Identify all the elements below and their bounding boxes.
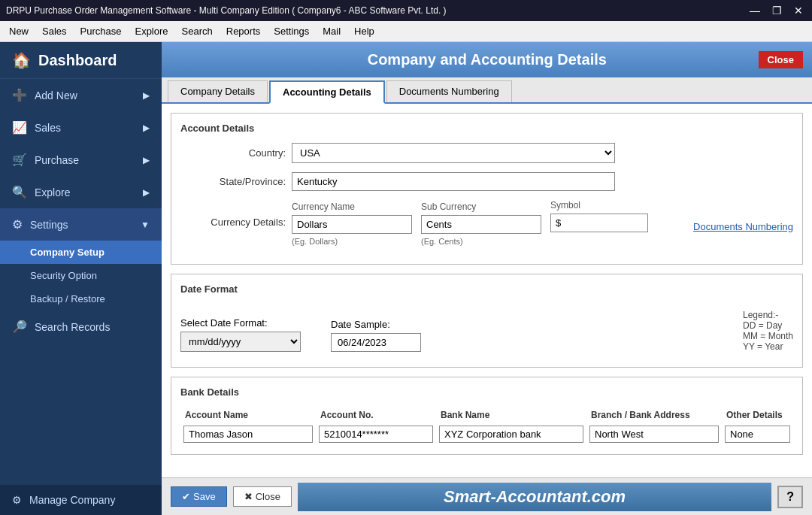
close-button[interactable]: ✖ Close — [233, 486, 292, 507]
settings-icon: ⚙ — [12, 217, 23, 232]
tab-company-details[interactable]: Company Details — [168, 80, 268, 102]
menu-explore[interactable]: Explore — [129, 23, 174, 39]
date-format-title: Date Format — [180, 283, 793, 295]
bank-col-bank-name: Bank Name — [436, 407, 586, 423]
currency-row: Currency Details: Currency Name (Eg. Dol… — [180, 200, 793, 246]
legend-dd: DD = Day — [743, 320, 782, 331]
sidebar-subitem-backup-restore[interactable]: Backup / Restore — [0, 287, 162, 311]
sidebar-item-explore[interactable]: 🔍 Explore ▶ — [0, 176, 162, 208]
sidebar-header-label: Dashboard — [38, 52, 117, 69]
menu-reports[interactable]: Reports — [220, 23, 267, 39]
app-title: DRPU Purchase Order Management Software … — [6, 5, 447, 16]
symbol-input[interactable] — [550, 214, 648, 232]
menu-sales[interactable]: Sales — [36, 23, 73, 39]
account-details-section: Account Details Country: USA State/Provi… — [171, 113, 803, 265]
sub-currency-input[interactable] — [421, 215, 541, 234]
manage-company-label: Manage Company — [29, 494, 115, 506]
bank-col-account-name: Account Name — [180, 407, 316, 423]
menu-new[interactable]: New — [3, 23, 35, 39]
explore-icon: 🔍 — [12, 185, 27, 199]
dialog-title: Company and Accounting Details — [368, 51, 607, 68]
bank-other-input[interactable] — [725, 426, 790, 443]
save-checkmark-icon: ✔ — [182, 491, 190, 502]
bank-col-other: Other Details — [722, 407, 793, 423]
sidebar-item-settings[interactable]: ⚙ Settings ▼ — [0, 208, 162, 241]
select-date-label: Select Date Format: — [180, 317, 301, 329]
sidebar-subitem-company-setup[interactable]: Company Setup — [0, 241, 162, 264]
chevron-right-icon-purchase: ▶ — [143, 155, 150, 165]
menu-help[interactable]: Help — [348, 23, 380, 39]
account-details-title: Account Details — [180, 123, 793, 134]
bank-account-name-input[interactable] — [183, 426, 313, 443]
banner-text: Smart-Accountant.com — [444, 487, 626, 506]
sub-currency-header: Sub Currency — [421, 201, 541, 212]
main-layout: 🏠 Dashboard ➕ Add New ▶ 📈 Sales ▶ 🛒 — [0, 42, 812, 515]
dialog-close-button[interactable]: Close — [759, 51, 803, 68]
bank-col-branch: Branch / Bank Address — [586, 407, 722, 423]
help-button[interactable]: ? — [777, 486, 803, 508]
date-format-section: Date Format Select Date Format: mm/dd/yy… — [171, 274, 803, 368]
country-select[interactable]: USA — [292, 143, 615, 163]
sidebar-item-label-add-new: Add New — [35, 89, 77, 101]
sidebar: 🏠 Dashboard ➕ Add New ▶ 📈 Sales ▶ 🛒 — [0, 42, 162, 515]
company-setup-label: Company Setup — [30, 247, 105, 258]
tab-accounting-details[interactable]: Accounting Details — [269, 80, 385, 104]
dashboard-icon: 🏠 — [12, 51, 31, 69]
sidebar-item-label-purchase: Purchase — [35, 154, 79, 166]
menu-search[interactable]: Search — [176, 23, 219, 39]
sidebar-item-sales[interactable]: 📈 Sales ▶ — [0, 111, 162, 144]
save-label: Save — [193, 491, 216, 502]
documents-numbering-link[interactable]: Documents Numbering — [693, 221, 793, 232]
sidebar-header[interactable]: 🏠 Dashboard — [0, 42, 162, 79]
dialog-header: Company and Accounting Details Close — [162, 42, 812, 77]
country-row: Country: USA — [180, 143, 793, 163]
title-bar-controls: — ❐ ✕ — [747, 5, 806, 17]
currency-name-input[interactable] — [292, 215, 412, 234]
state-row: State/Province: — [180, 172, 793, 191]
sidebar-item-label-search-records: Search Records — [35, 321, 110, 333]
tab-company-details-label: Company Details — [180, 86, 255, 97]
sales-icon: 📈 — [12, 120, 27, 135]
bottom-bar: ✔ Save ✖ Close Smart-Accountant.com ? — [162, 477, 812, 515]
date-format-select[interactable]: mm/dd/yyyy dd/mm/yyyy yyyy/mm/dd — [180, 332, 301, 352]
chevron-down-icon: ▼ — [141, 220, 150, 230]
state-input[interactable] — [292, 172, 615, 191]
sidebar-subitem-security-option[interactable]: Security Option — [0, 264, 162, 287]
security-option-label: Security Option — [30, 270, 97, 281]
currency-label: Currency Details: — [180, 217, 286, 228]
state-label: State/Province: — [180, 176, 286, 187]
country-label: Country: — [180, 147, 286, 159]
symbol-header: Symbol — [550, 200, 648, 211]
menu-purchase[interactable]: Purchase — [74, 23, 128, 39]
bank-col-account-no: Account No. — [316, 407, 436, 423]
close-window-button[interactable]: ✕ — [791, 5, 806, 17]
smart-accountant-banner: Smart-Accountant.com — [298, 483, 771, 511]
sidebar-item-add-new[interactable]: ➕ Add New ▶ — [0, 79, 162, 111]
menu-mail[interactable]: Mail — [317, 23, 347, 39]
menu-settings[interactable]: Settings — [268, 23, 315, 39]
manage-company-icon: ⚙ — [12, 494, 22, 506]
manage-company-button[interactable]: ⚙ Manage Company — [0, 485, 162, 515]
save-button[interactable]: ✔ Save — [171, 486, 227, 507]
minimize-button[interactable]: — — [747, 5, 763, 17]
currency-name-hint: (Eg. Dollars) — [292, 237, 412, 246]
date-sample-input[interactable] — [331, 333, 421, 352]
close-x-icon: ✖ — [244, 491, 253, 502]
add-new-icon: ➕ — [12, 88, 27, 102]
tab-accounting-details-label: Accounting Details — [283, 86, 371, 98]
tab-documents-numbering[interactable]: Documents Numbering — [386, 80, 512, 102]
legend-yy: YY = Year — [743, 341, 783, 352]
sidebar-item-label-sales: Sales — [35, 122, 61, 134]
form-area: Account Details Country: USA State/Provi… — [162, 104, 812, 477]
bank-account-no-input[interactable] — [319, 426, 433, 443]
bank-details-section: Bank Details Account Name Account No. Ba… — [171, 377, 803, 455]
content-area: Company and Accounting Details Close Com… — [162, 42, 812, 515]
chevron-right-icon-sales: ▶ — [143, 123, 150, 133]
bank-branch-input[interactable] — [589, 426, 719, 443]
restore-button[interactable]: ❐ — [769, 5, 785, 17]
sidebar-item-search-records[interactable]: 🔎 Search Records — [0, 311, 162, 343]
bank-bank-name-input[interactable] — [439, 426, 583, 443]
sidebar-item-purchase[interactable]: 🛒 Purchase ▶ — [0, 144, 162, 176]
search-records-icon: 🔎 — [12, 320, 27, 334]
tab-bar: Company Details Accounting Details Docum… — [162, 77, 812, 104]
